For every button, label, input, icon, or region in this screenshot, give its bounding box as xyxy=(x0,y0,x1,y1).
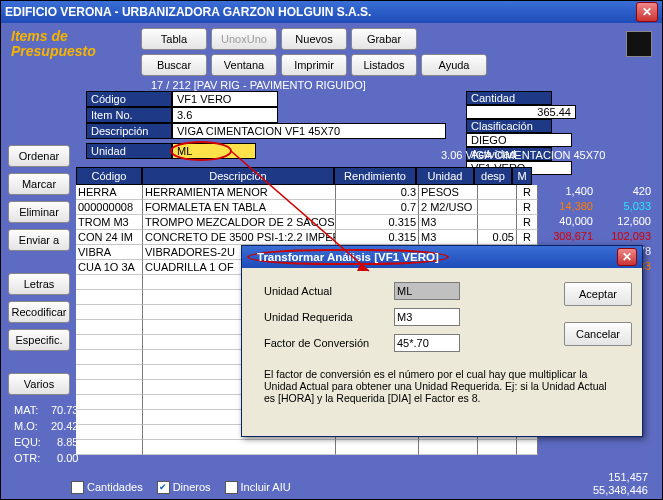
cantidad-value[interactable]: 365.44 xyxy=(466,105,576,119)
cantidades-checkbox[interactable]: Cantidades xyxy=(71,481,143,494)
unidad-requerida-input[interactable]: M3 xyxy=(394,308,460,326)
dialog-help-text: El factor de conversión es el número por… xyxy=(264,368,614,404)
gh-desc: Descripción xyxy=(142,167,334,185)
ordenar-button[interactable]: Ordenar xyxy=(8,145,70,167)
app-logo xyxy=(626,31,652,57)
itemno-value[interactable]: 3.6 xyxy=(172,107,278,123)
nuevos-button[interactable]: Nuevos xyxy=(281,28,347,50)
clasificacion-value[interactable]: DIEGO xyxy=(466,133,572,147)
summary-box: MAT:70.73 M.O:20.42 EQU:8.85 OTR:0.00 xyxy=(8,401,84,467)
grabar-button[interactable]: Grabar xyxy=(351,28,417,50)
eliminar-button[interactable]: Eliminar xyxy=(8,201,70,223)
unidad-requerida-label: Unidad Requerida xyxy=(264,311,394,323)
marcar-button[interactable]: Marcar xyxy=(8,173,70,195)
descripcion-label: Descripción xyxy=(86,123,172,139)
unidad-actual-input[interactable]: ML xyxy=(394,282,460,300)
table-row[interactable]: 000000008FORMALETA EN TABLA0.72 M2/USOR xyxy=(76,200,538,215)
especific-button[interactable]: Especific. xyxy=(8,329,70,351)
gh-rend: Rendimiento xyxy=(334,167,416,185)
imprimir-button[interactable]: Imprimir xyxy=(281,54,347,76)
cancelar-button[interactable]: Cancelar xyxy=(564,322,632,346)
table-row[interactable]: TROM M3TROMPO MEZCALDOR DE 2 SACOS0.315M… xyxy=(76,215,538,230)
titlebar: EDIFICIO VERONA - URBANIZADORA GARZON HO… xyxy=(1,1,662,23)
table-row[interactable]: HERRAHERRAMIENTA MENOR0.3PESOSR xyxy=(76,185,538,200)
dialog-title: Transformar Análisis [VF1 VERO] xyxy=(247,249,449,265)
dialog-close-button[interactable]: ✕ xyxy=(617,248,637,266)
transform-dialog: Transformar Análisis [VF1 VERO] ✕ Unidad… xyxy=(241,245,643,437)
window-title: EDIFICIO VERONA - URBANIZADORA GARZON HO… xyxy=(5,5,371,19)
letras-button[interactable]: Letras xyxy=(8,273,70,295)
clasificacion-label: Clasificación xyxy=(466,119,552,133)
ventana-button[interactable]: Ventana xyxy=(211,54,277,76)
recodificar-button[interactable]: Recodificar xyxy=(8,301,70,323)
page-title: Items dePresupuesto xyxy=(1,23,141,78)
aceptar-button[interactable]: Aceptar xyxy=(564,282,632,306)
unidad-actual-label: Unidad Actual xyxy=(264,285,394,297)
totals: 151,457 55,348,446 xyxy=(593,471,648,497)
table-row[interactable] xyxy=(76,440,538,455)
listados-button[interactable]: Listados xyxy=(351,54,417,76)
grid-header: Código Descripción Rendimiento Unidad de… xyxy=(76,167,532,185)
dineros-checkbox[interactable]: ✔Dineros xyxy=(157,481,211,494)
varios-button[interactable]: Varios xyxy=(8,373,70,395)
unoxuno-button[interactable]: UnoxUno xyxy=(211,28,277,50)
breadcrumb: 17 / 212 [PAV RIG - PAVIMENTO RIGUIDO] xyxy=(151,79,366,91)
factor-conversion-label: Factor de Conversión xyxy=(264,337,394,349)
unidad-value[interactable]: ML xyxy=(172,143,256,159)
descripcion-value[interactable]: VIGA CIMENTACION VF1 45X70 xyxy=(172,123,446,139)
sublabel: 3.06 VIGA CIMENTACION 45X70 xyxy=(441,149,605,161)
cantidad-label: Cantidad xyxy=(466,91,552,105)
codigo-label: Código xyxy=(86,91,172,107)
gh-m: M xyxy=(512,167,532,185)
buscar-button[interactable]: Buscar xyxy=(141,54,207,76)
factor-conversion-input[interactable]: 45*.70 xyxy=(394,334,460,352)
window-close-button[interactable]: ✕ xyxy=(636,2,658,22)
itemno-label: Item No. xyxy=(86,107,172,123)
gh-unidad: Unidad xyxy=(416,167,474,185)
table-row[interactable]: CON 24 IMCONCRETO DE 3500 PSI-1:2.2 IMPE… xyxy=(76,230,538,245)
ayuda-button[interactable]: Ayuda xyxy=(421,54,487,76)
codigo-value[interactable]: VF1 VERO xyxy=(172,91,278,107)
gh-desp: desp xyxy=(474,167,512,185)
incluir-aiu-checkbox[interactable]: Incluir AIU xyxy=(225,481,291,494)
unidad-label: Unidad xyxy=(86,143,172,159)
enviar-button[interactable]: Enviar a xyxy=(8,229,70,251)
tabla-button[interactable]: Tabla xyxy=(141,28,207,50)
gh-codigo: Código xyxy=(76,167,142,185)
